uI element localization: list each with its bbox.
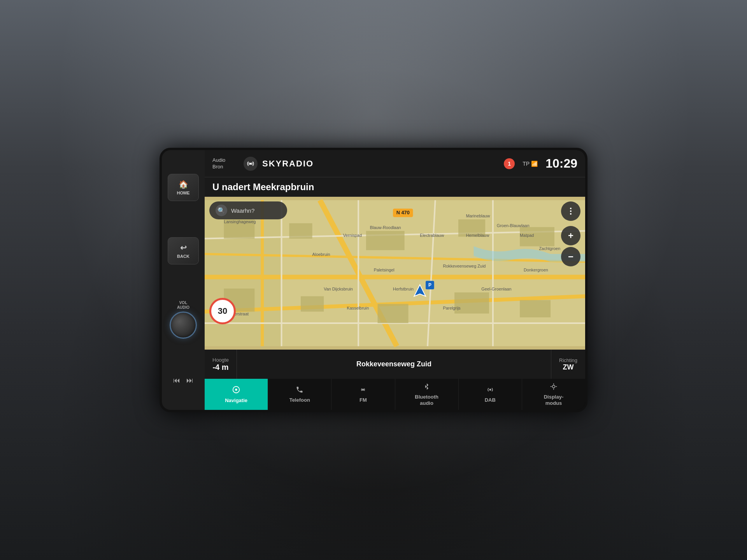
nav-instruction: U nadert Meekrapbruin: [212, 182, 314, 192]
back-icon: ↩: [180, 243, 187, 252]
prev-button[interactable]: ⏮: [172, 375, 182, 386]
display-icon: [550, 383, 558, 392]
tab-displaymodus-label: Display-modus: [544, 394, 564, 406]
bottom-nav-bar: Navigatie Telefoon: [205, 379, 585, 410]
svg-text:Herfstbruin: Herfstbruin: [393, 287, 414, 291]
tab-telefoon-label: Telefoon: [289, 397, 310, 403]
svg-text:Zachtgroen: Zachtgroen: [539, 246, 560, 251]
bluetooth-icon: [423, 383, 430, 392]
tab-fm[interactable]: FM: [331, 379, 395, 410]
signal-icon: 📶: [531, 161, 538, 167]
svg-text:Vernispad: Vernispad: [343, 233, 362, 238]
volume-knob[interactable]: [170, 312, 197, 339]
speed-limit-value: 30: [218, 307, 227, 315]
station-name: SKYRADIO: [262, 159, 314, 169]
infotainment-screen: 🏠 HOME ↩ BACK VOL AUDIO ⏮ ⏭: [160, 148, 587, 412]
volume-control: VOL AUDIO: [170, 301, 197, 339]
back-label: BACK: [177, 254, 189, 259]
svg-rect-15: [289, 223, 312, 239]
zoom-out-button[interactable]: −: [561, 247, 580, 266]
tab-displaymodus[interactable]: Display-modus: [522, 379, 585, 410]
tab-fm-label: FM: [359, 397, 367, 403]
svg-text:Lansinghageweg: Lansinghageweg: [224, 219, 256, 224]
map-menu-button[interactable]: [561, 201, 580, 221]
tab-dab-label: DAB: [485, 397, 496, 403]
tab-navigatie[interactable]: Navigatie: [205, 379, 268, 410]
svg-point-49: [570, 210, 572, 212]
svg-rect-16: [366, 231, 405, 250]
svg-text:Groen-Blauwlaan: Groen-Blauwlaan: [497, 223, 530, 228]
tab-navigatie-label: Navigatie: [225, 397, 247, 404]
svg-rect-23: [520, 300, 551, 317]
car-dashboard: 🏠 HOME ↩ BACK VOL AUDIO ⏮ ⏭: [0, 0, 747, 560]
tp-indicator: TP 📶: [523, 161, 538, 167]
svg-text:Rokkeveenseweg Zuid: Rokkeveenseweg Zuid: [443, 264, 486, 268]
search-icon: 🔍: [216, 205, 227, 216]
svg-point-48: [570, 208, 572, 209]
top-bar: Audio Bron SKYRADIO: [205, 150, 585, 177]
map-svg: Lansinghageweg Marineblauw Blauw-Roodlaa…: [205, 197, 585, 350]
speed-limit-sign: 30: [209, 298, 236, 324]
svg-text:N 470: N 470: [396, 210, 410, 215]
svg-text:Aloebruin: Aloebruin: [312, 252, 330, 257]
svg-text:Parelgrijs: Parelgrijs: [443, 306, 461, 310]
svg-text:Hemelblauw: Hemelblauw: [466, 233, 489, 238]
notification-badge: 1: [504, 158, 515, 169]
current-street: Rokkeveenseweg Zuid: [237, 350, 551, 379]
tab-bluetooth[interactable]: Bluetoothaudio: [395, 379, 459, 410]
height-value: -4 m: [212, 363, 228, 372]
tab-dab[interactable]: DAB: [459, 379, 522, 410]
svg-text:Marineblauw: Marineblauw: [466, 214, 490, 218]
radio-info: SKYRADIO: [244, 157, 496, 171]
next-button[interactable]: ⏭: [185, 375, 195, 386]
svg-text:P: P: [428, 282, 431, 288]
search-placeholder: Waarhn?: [231, 207, 254, 214]
svg-text:Electrablauw: Electrablauw: [420, 233, 444, 238]
tab-telefoon[interactable]: Telefoon: [268, 379, 331, 410]
fm-icon: [359, 386, 367, 396]
svg-point-52: [235, 388, 237, 391]
dab-icon: [486, 386, 494, 396]
clock: 10:29: [545, 156, 577, 171]
vol-label: VOL AUDIO: [177, 301, 189, 310]
bottom-info-bar: Hoogte -4 m Rokkeveenseweg Zuid Richting…: [205, 350, 585, 379]
svg-point-50: [570, 213, 572, 215]
main-display: Audio Bron SKYRADIO: [205, 150, 585, 410]
svg-text:Geel-Groenlaan: Geel-Groenlaan: [481, 287, 511, 291]
svg-text:Kasselbruin: Kasselbruin: [347, 306, 369, 310]
nav-instruction-bar: U nadert Meekrapbruin: [205, 177, 585, 197]
svg-text:Paletsingel: Paletsingel: [374, 268, 395, 272]
map-search-bar[interactable]: 🔍 Waarhn?: [209, 201, 287, 219]
back-button[interactable]: ↩ BACK: [168, 237, 199, 264]
svg-point-55: [552, 385, 555, 388]
zoom-in-button[interactable]: +: [561, 226, 580, 245]
direction-label: Richting: [559, 357, 577, 363]
radio-icon: [244, 157, 258, 171]
height-label: Hoogte: [212, 357, 229, 363]
phone-icon: [296, 386, 303, 396]
home-label: HOME: [177, 191, 190, 195]
svg-rect-20: [301, 296, 324, 312]
map-area[interactable]: Lansinghageweg Marineblauw Blauw-Roodlaa…: [205, 197, 585, 350]
audio-source[interactable]: Audio Bron: [212, 157, 236, 170]
svg-text:Donkergroen: Donkergroen: [524, 268, 548, 272]
zoom-controls: + −: [561, 226, 580, 266]
home-icon: 🏠: [179, 180, 188, 189]
left-control-panel: 🏠 HOME ↩ BACK VOL AUDIO ⏮ ⏭: [162, 150, 205, 410]
svg-text:Matpad: Matpad: [520, 233, 534, 238]
svg-point-0: [250, 163, 252, 164]
nav-icon: [232, 385, 240, 396]
svg-text:Blauw-Roodlaan: Blauw-Roodlaan: [370, 225, 401, 230]
svg-point-54: [489, 388, 491, 390]
svg-point-53: [362, 388, 364, 390]
direction-value: ZW: [563, 363, 574, 371]
svg-rect-21: [378, 304, 409, 323]
skip-controls: ⏮ ⏭: [172, 375, 195, 386]
svg-text:Van Dijcksbruin: Van Dijcksbruin: [324, 287, 353, 291]
tab-bluetooth-label: Bluetoothaudio: [415, 394, 438, 406]
home-button[interactable]: 🏠 HOME: [168, 174, 199, 201]
height-info: Hoogte -4 m: [205, 350, 237, 379]
direction-info: Richting ZW: [551, 350, 585, 379]
